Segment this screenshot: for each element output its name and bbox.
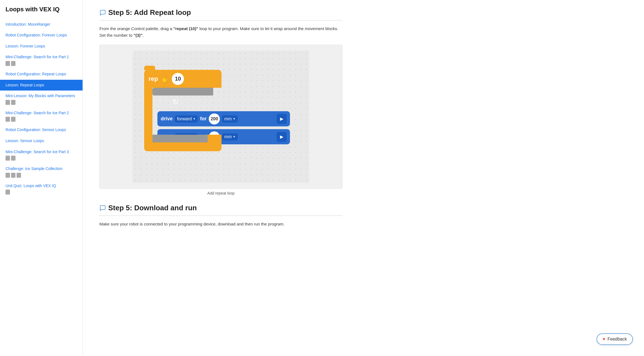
sidebar-item-unit-quiz[interactable]: Unit Quiz: Loops with VEX IQ — [0, 180, 83, 198]
repeat-label: rep — [149, 75, 158, 83]
sidebar-item-robot-repeat[interactable]: Robot Configuration: Repeat Loops — [0, 69, 83, 80]
cursor-icon: 🖐 — [161, 75, 169, 83]
sidebar: Loops with VEX IQ Introduction: MoonRang… — [0, 0, 83, 356]
blocks-canvas: rep 🖐 10 ↻ drive forward for 200 mm ▶ d — [133, 51, 309, 183]
drive-forward-unit[interactable]: mm — [222, 115, 238, 123]
file-icon — [6, 100, 10, 105]
heart-icon: ♥ — [603, 337, 605, 342]
step5-title: Step 5: Add Repeat loop — [108, 8, 191, 17]
image-container: rep 🖐 10 ↻ drive forward for 200 mm ▶ d — [99, 45, 342, 189]
step5b-header: Step 5: Download and run — [99, 204, 342, 212]
sidebar-item-intro[interactable]: Introduction: MoonRanger — [0, 19, 83, 30]
gray-inner-notch — [152, 88, 213, 95]
file-icon — [17, 173, 21, 178]
sidebar-nav: Introduction: MoonRanger Robot Configura… — [0, 19, 83, 198]
file-icon — [6, 173, 10, 178]
sidebar-item-lesson-repeat[interactable]: Lesson: Repeat Loops — [0, 80, 83, 91]
file-icon — [6, 156, 10, 161]
drive-reverse-unit[interactable]: mm — [222, 133, 238, 140]
drive-forward-for: for — [200, 116, 207, 122]
file-icon — [6, 61, 10, 66]
drive-reverse-play[interactable]: ▶ — [277, 132, 287, 142]
repeat-left-arm — [144, 88, 152, 135]
sidebar-item-mini-lesson-blocks[interactable]: Mini-Lesson: My Blocks with Parameters — [0, 91, 83, 108]
file-icon — [6, 117, 10, 122]
refresh-icon: ↻ — [173, 98, 179, 107]
step5b-description: Make sure your robot is connected to you… — [99, 221, 342, 227]
main-content: Step 5: Add Repeat loop From the orange … — [83, 0, 359, 356]
sidebar-item-lesson-sensor[interactable]: Lesson: Sensor Loops — [0, 136, 83, 147]
sidebar-item-robot-sensor[interactable]: Robot Configuration: Sensor Loops — [0, 124, 83, 136]
drive-forward-dropdown[interactable]: forward — [175, 115, 198, 123]
sidebar-item-mini-challenge-3[interactable]: Mini-Challenge: Search for Ice Part 3 — [0, 147, 83, 164]
sidebar-item-robot-forever[interactable]: Robot Configuration: Forever Loops — [0, 30, 83, 41]
drive-forward-play[interactable]: ▶ — [277, 114, 287, 124]
feedback-button[interactable]: ♥ Feedback — [597, 333, 633, 345]
sidebar-item-lesson-forever[interactable]: Lesson: Forever Loops — [0, 41, 83, 52]
sidebar-item-challenge-ice[interactable]: Challenge: Ice Sample Collection — [0, 163, 83, 180]
step5-description: From the orange Control palette, drag a … — [99, 25, 342, 39]
drive-forward-number: 200 — [209, 113, 220, 124]
gray-bottom-notch — [152, 135, 208, 142]
file-icon — [11, 156, 15, 161]
repeat-top-bar: rep 🖐 10 — [144, 70, 221, 88]
step5b-title: Step 5: Download and run — [108, 204, 197, 212]
step5-header: Step 5: Add Repeat loop — [99, 8, 342, 17]
sidebar-item-mini-challenge-2[interactable]: Mini-Challenge: Search for Ice Part 2 — [0, 108, 83, 125]
drive-forward-label: drive — [161, 116, 173, 122]
step5-divider — [99, 20, 342, 20]
chat-icon — [99, 9, 106, 16]
drive-forward-block: drive forward for 200 mm ▶ — [157, 111, 290, 126]
sidebar-title: Loops with VEX IQ — [0, 6, 83, 19]
repeat-notch-top — [144, 66, 155, 70]
step5b-section: Step 5: Download and run Make sure your … — [99, 204, 342, 227]
feedback-label: Feedback — [608, 337, 627, 342]
file-icon — [11, 173, 15, 178]
chat-icon-2 — [99, 205, 106, 211]
repeat-number: 10 — [172, 73, 184, 85]
file-icon — [11, 61, 15, 66]
file-icon — [11, 117, 15, 122]
image-caption: Add repeat loop — [99, 191, 342, 195]
step5b-divider — [99, 216, 342, 216]
sidebar-item-mini-challenge-1[interactable]: Mini-Challenge: Search for Ice Part 1 — [0, 52, 83, 69]
file-icon — [6, 190, 10, 195]
file-icon — [11, 100, 15, 105]
